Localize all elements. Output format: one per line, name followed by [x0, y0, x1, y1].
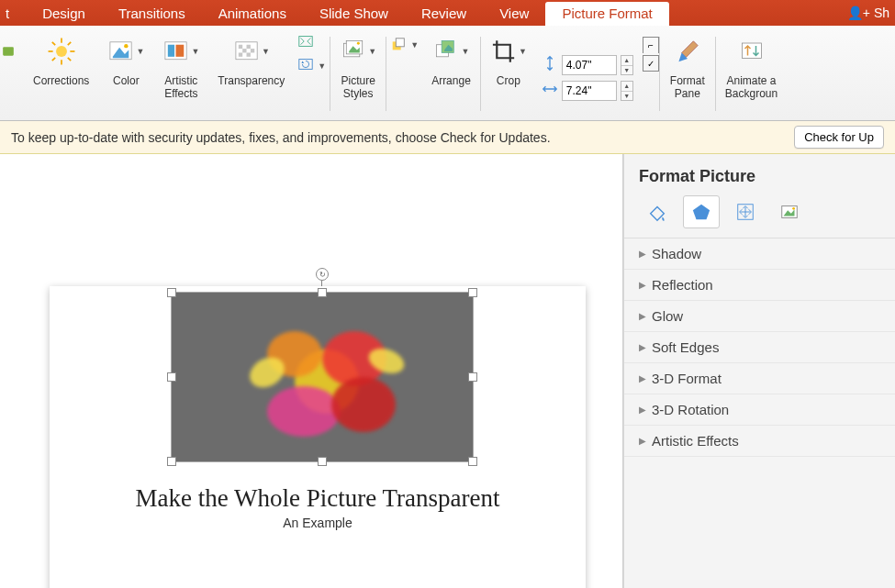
resize-handle-e[interactable] — [468, 372, 477, 382]
svg-point-29 — [357, 42, 360, 45]
remove-bg-label — [6, 75, 9, 88]
update-notification-bar: To keep up-to-date with security updates… — [0, 121, 895, 154]
width-icon — [542, 81, 558, 101]
svg-line-6 — [51, 42, 54, 45]
dropdown-caret-icon: ▼ — [519, 47, 527, 56]
resize-handle-se[interactable] — [468, 457, 477, 466]
svg-point-1 — [56, 46, 67, 57]
disclosure-triangle-icon: ▶ — [639, 373, 646, 383]
arrange-icon: ▼ — [432, 33, 469, 70]
color-explosion-image — [230, 304, 414, 450]
slide-subtitle: An Example — [50, 516, 586, 530]
selected-picture[interactable] — [171, 292, 474, 462]
slide-canvas[interactable]: ↻ Make the Whole Picture Transparent An … — [0, 154, 623, 588]
arrange-stack: ▼ — [386, 29, 422, 118]
paint-bucket-icon — [647, 202, 667, 222]
sun-icon — [43, 33, 80, 70]
corrections-label: Corrections — [33, 75, 89, 88]
crop-label: Crop — [497, 75, 520, 88]
height-icon — [542, 55, 558, 75]
tab-animations[interactable]: Animations — [202, 2, 303, 26]
section-3d-rotation[interactable]: ▶ 3-D Rotation — [624, 394, 895, 426]
transparency-button[interactable]: ▼ Transparency — [208, 29, 294, 118]
resize-handle-w[interactable] — [167, 372, 176, 382]
resize-handle-n[interactable] — [318, 288, 327, 297]
dropdown-caret-icon: ▼ — [262, 47, 270, 56]
remove-bg-icon — [2, 33, 15, 70]
color-button[interactable]: ▼ Color — [98, 29, 153, 118]
tab-slideshow[interactable]: Slide Show — [303, 2, 405, 26]
disclosure-triangle-icon: ▶ — [639, 436, 646, 446]
artistic-effects-button[interactable]: ▼ Artistic Effects — [153, 29, 208, 118]
format-pane-tabs — [624, 195, 895, 239]
section-artistic-effects[interactable]: ▶ Artistic Effects — [624, 426, 895, 457]
reset-picture-button[interactable]: ▼ — [297, 56, 326, 75]
svg-rect-20 — [251, 49, 254, 52]
height-stepper[interactable]: ▲▼ — [621, 55, 633, 75]
section-label: Glow — [652, 308, 683, 324]
size-arrows-icon — [735, 202, 755, 222]
crop-icon: ▼ — [490, 33, 527, 70]
fill-line-tab[interactable] — [639, 195, 676, 228]
section-3d-format[interactable]: ▶ 3-D Format — [624, 363, 895, 394]
animate-bg-icon — [733, 33, 770, 70]
tab-insert-partial[interactable]: t — [0, 2, 26, 26]
crop-button[interactable]: ▼ Crop — [481, 29, 536, 118]
resize-handle-s[interactable] — [318, 457, 327, 466]
main-tab-bar: t Design Transitions Animations Slide Sh… — [0, 0, 895, 26]
lock-aspect-top[interactable]: ⌐ — [643, 37, 659, 53]
size-group: ▲▼ ▲▼ — [536, 29, 639, 118]
dropdown-caret-icon: ▼ — [191, 47, 199, 56]
svg-rect-21 — [239, 52, 242, 56]
tab-transitions[interactable]: Transitions — [102, 2, 202, 26]
section-label: Reflection — [652, 277, 713, 293]
picture-color-icon: ▼ — [107, 33, 144, 70]
lock-aspect-check[interactable]: ✓ — [643, 55, 659, 72]
arrange-button[interactable]: ▼ Arrange — [422, 29, 480, 118]
width-row: ▲▼ — [542, 81, 633, 101]
width-stepper[interactable]: ▲▼ — [621, 81, 633, 101]
rotation-handle[interactable]: ↻ — [316, 268, 329, 281]
resize-handle-nw[interactable] — [167, 288, 176, 297]
dropdown-caret-icon: ▼ — [462, 47, 470, 56]
height-input[interactable] — [562, 55, 617, 75]
remove-bg-partial[interactable] — [0, 29, 24, 118]
picture-styles-button[interactable]: ▼ Picture Styles — [330, 29, 386, 118]
tab-view[interactable]: View — [483, 2, 545, 26]
tab-picture-format[interactable]: Picture Format — [545, 2, 668, 26]
size-properties-tab[interactable] — [727, 195, 764, 228]
corrections-button[interactable]: Corrections — [24, 29, 98, 118]
tab-review[interactable]: Review — [405, 2, 483, 26]
resize-handle-sw[interactable] — [167, 457, 176, 466]
transparency-icon: ▼ — [233, 33, 270, 70]
picture-tab[interactable] — [771, 195, 808, 228]
format-pane-button[interactable]: Format Pane — [660, 29, 715, 118]
svg-rect-17 — [239, 45, 242, 49]
svg-line-9 — [51, 58, 54, 61]
person-plus-icon: 👤+ — [847, 6, 870, 20]
pentagon-icon — [691, 202, 711, 222]
svg-rect-0 — [3, 47, 14, 55]
reset-icon — [297, 56, 314, 75]
section-soft-edges[interactable]: ▶ Soft Edges — [624, 332, 895, 363]
section-glow[interactable]: ▶ Glow — [624, 301, 895, 332]
svg-rect-22 — [246, 52, 250, 56]
format-pane-title: Format Picture — [624, 154, 895, 195]
artistic-label: Artistic Effects — [164, 75, 197, 101]
section-shadow[interactable]: ▶ Shadow — [624, 239, 895, 270]
share-button[interactable]: 👤+ Sh — [842, 0, 895, 26]
bring-forward-button[interactable]: ▼ — [390, 37, 419, 53]
effects-tab[interactable] — [683, 195, 720, 228]
animate-background-button[interactable]: Animate a Backgroun — [716, 29, 779, 118]
resize-handle-ne[interactable] — [468, 288, 477, 297]
section-reflection[interactable]: ▶ Reflection — [624, 270, 895, 301]
disclosure-triangle-icon: ▶ — [639, 311, 646, 321]
width-input[interactable] — [562, 81, 617, 101]
disclosure-triangle-icon: ▶ — [639, 280, 646, 290]
check-updates-button[interactable]: Check for Up — [794, 126, 884, 149]
styles-label: Picture Styles — [341, 75, 375, 101]
main-area: ↻ Make the Whole Picture Transparent An … — [0, 154, 895, 588]
dropdown-caret-icon: ▼ — [136, 47, 144, 56]
tab-design[interactable]: Design — [26, 2, 102, 26]
compress-pictures-button[interactable] — [297, 33, 326, 52]
